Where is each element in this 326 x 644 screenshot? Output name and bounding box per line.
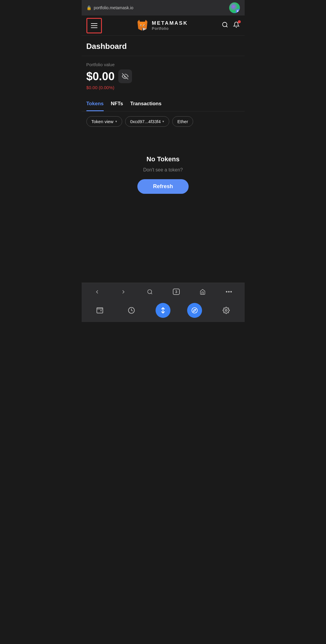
more-icon [226,291,232,292]
url-bar-left: 🔒 portfolio.metamask.io [86,5,133,10]
svg-marker-25 [193,309,196,312]
wallet-dock-button[interactable] [92,303,107,318]
history-dock-button[interactable] [124,303,139,318]
tabs-count: 3 [173,289,180,295]
home-icon [200,289,206,295]
svg-point-16 [148,290,151,293]
tab-transactions[interactable]: Transactions [130,101,162,111]
filter-row: Token view ▾ 0xcd97...4f33f4 ▾ Ether [82,112,245,131]
header-icons [222,21,240,30]
menu-line-3 [91,27,97,28]
svg-point-11 [140,25,141,26]
metamask-text: METAMASK Portfolio [152,20,188,31]
notification-badge [238,20,241,23]
hide-balance-button[interactable] [118,69,132,83]
tabs-bar: Tokens NFTs Transactions [82,96,245,112]
browser-search-icon [147,289,153,295]
no-tokens-title: No Tokens [147,155,180,163]
browser-search-button[interactable] [143,285,156,298]
app-subtitle: Portfolio [152,26,188,31]
tabs-button[interactable]: 3 [170,285,183,298]
portfolio-section: Portfolio value $0.00 $0.00 (0.00%) [82,56,245,96]
token-view-filter[interactable]: Token view ▾ [86,116,122,127]
search-icon [222,21,228,28]
portfolio-value-row: $0.00 [86,69,240,83]
settings-dock-button[interactable] [219,303,234,318]
ether-label: Ether [177,119,188,124]
menu-button[interactable] [86,18,102,33]
metamask-fox-icon [136,19,149,32]
address-filter[interactable]: 0xcd97...4f33f4 ▾ [125,116,170,127]
no-tokens-subtitle: Don't see a token? [143,167,183,173]
notification-button[interactable] [233,21,240,30]
browser-nav: 3 [82,283,245,301]
more-button[interactable] [222,285,235,298]
portfolio-change: $0.00 (0.00%) [86,85,240,90]
portfolio-change-value: $0.00 [86,85,98,90]
ether-filter[interactable]: Ether [172,116,193,127]
clock-icon [128,307,135,314]
app-header: METAMASK Portfolio [82,16,245,36]
svg-point-18 [226,291,227,292]
url-bar: 🔒 portfolio.metamask.io ◆ [82,0,245,16]
search-button[interactable] [222,21,228,30]
svg-point-24 [192,308,197,313]
compass-icon [191,307,198,314]
explore-dock-button[interactable] [187,303,202,318]
chevron-down-icon-2: ▾ [162,120,164,123]
svg-point-13 [223,22,227,27]
transfer-icon [160,307,166,314]
page-title: Dashboard [86,42,240,51]
tab-tokens[interactable]: Tokens [86,101,104,111]
back-button[interactable] [91,285,104,298]
no-tokens-area: No Tokens Don't see a token? Refresh [82,131,245,212]
forward-button[interactable] [117,285,130,298]
svg-point-12 [144,25,145,26]
home-button[interactable] [196,285,209,298]
portfolio-value: $0.00 [86,70,115,83]
svg-point-26 [225,309,227,311]
svg-line-14 [226,26,228,27]
user-avatar[interactable]: ◆ [229,2,240,13]
logo-area: METAMASK Portfolio [136,19,188,32]
menu-line-2 [91,25,97,26]
menu-line-1 [91,23,97,24]
portfolio-change-pct: (0.00%) [99,85,114,90]
refresh-button[interactable]: Refresh [137,179,188,194]
address-label: 0xcd97...4f33f4 [130,119,161,124]
gear-icon [223,307,230,314]
dashboard-title-bar: Dashboard [82,36,245,56]
svg-point-20 [230,291,232,292]
eye-off-icon [122,73,128,80]
back-icon [94,289,100,295]
main-content: Dashboard Portfolio value $0.00 $0.00 (0… [82,36,245,283]
portfolio-label: Portfolio value [86,62,240,67]
wallet-icon [96,307,103,314]
url-text: portfolio.metamask.io [94,5,133,10]
eth-badge: ◆ [236,9,240,13]
svg-rect-21 [97,309,103,313]
chevron-down-icon: ▾ [115,120,117,123]
lock-icon: 🔒 [86,5,91,10]
tab-nfts[interactable]: NFTs [111,101,123,111]
app-name: METAMASK [152,20,188,26]
svg-line-17 [151,293,152,294]
transfer-dock-button[interactable] [156,303,170,318]
bottom-dock [82,301,245,322]
token-view-label: Token view [91,119,114,124]
forward-icon [120,289,126,295]
svg-point-19 [228,291,230,292]
